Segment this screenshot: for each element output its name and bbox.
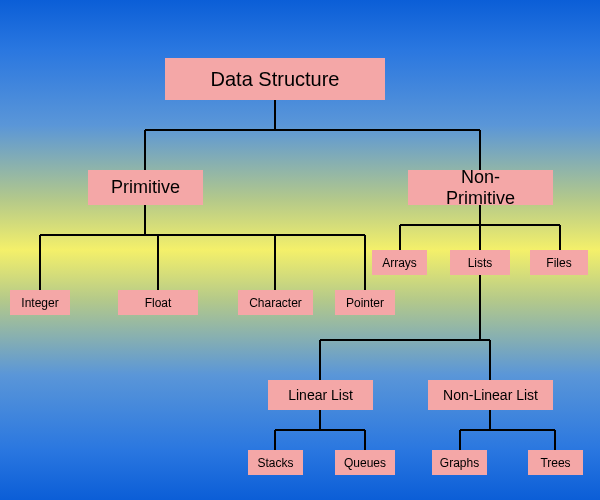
node-trees: Trees: [528, 450, 583, 475]
node-files: Files: [530, 250, 588, 275]
node-linear-list: Linear List: [268, 380, 373, 410]
node-float: Float: [118, 290, 198, 315]
node-data-structure: Data Structure: [165, 58, 385, 100]
node-graphs: Graphs: [432, 450, 487, 475]
node-arrays: Arrays: [372, 250, 427, 275]
node-lists: Lists: [450, 250, 510, 275]
node-character: Character: [238, 290, 313, 315]
node-pointer: Pointer: [335, 290, 395, 315]
node-stacks: Stacks: [248, 450, 303, 475]
node-non-linear-list: Non-Linear List: [428, 380, 553, 410]
node-integer: Integer: [10, 290, 70, 315]
node-non-primitive: Non-Primitive: [408, 170, 553, 205]
node-queues: Queues: [335, 450, 395, 475]
node-primitive: Primitive: [88, 170, 203, 205]
